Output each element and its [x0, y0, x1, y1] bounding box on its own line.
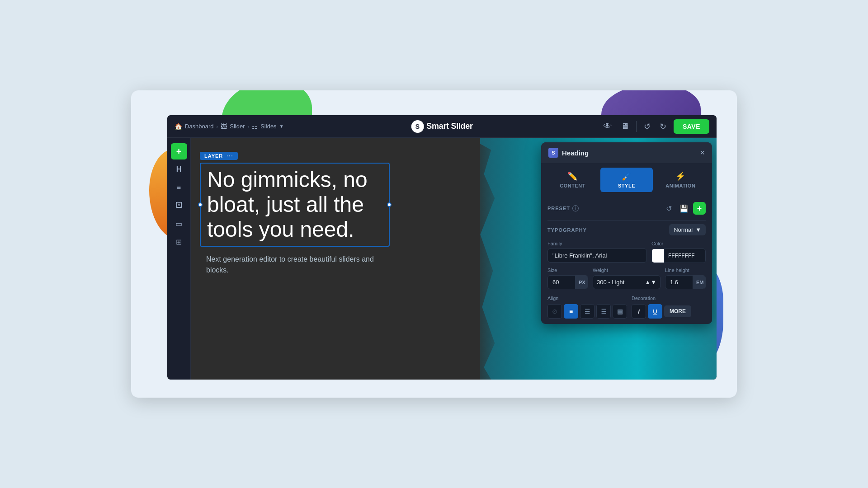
topbar-left: 🏠 Dashboard › 🖼 Slider › ⚏ Slides ▼	[175, 123, 602, 130]
typography-dropdown-value: Normal	[674, 226, 693, 233]
preset-label-text: PRESET	[547, 206, 570, 211]
family-label: Family	[547, 241, 647, 246]
align-buttons: ⊘ ≡ ☰ ☰ ▤	[547, 304, 627, 319]
size-weight-lineheight-row: Size PX Weight 300 - Light	[547, 267, 706, 289]
align-left-button[interactable]: ≡	[564, 304, 578, 319]
breadcrumb-chevron-2: ›	[248, 124, 250, 129]
size-input[interactable]	[548, 276, 575, 289]
typography-dropdown[interactable]: Normal ▼	[669, 224, 706, 235]
align-group: Align ⊘ ≡ ☰ ☰ ▤	[547, 294, 627, 319]
topbar-divider	[636, 121, 637, 132]
align-center-button[interactable]: ☰	[580, 304, 594, 319]
content-tab-icon: ✏️	[567, 171, 578, 181]
more-button[interactable]: MORE	[664, 305, 691, 317]
align-right-button[interactable]: ☰	[596, 304, 611, 319]
typography-dropdown-chevron: ▼	[695, 226, 701, 233]
tab-animation[interactable]: ⚡ ANIMATION	[655, 168, 707, 192]
tab-content[interactable]: ✏️ CONTENT	[547, 168, 599, 192]
undo-button[interactable]: ↺	[642, 120, 652, 133]
weight-label: Weight	[593, 267, 660, 273]
deco-underline-button[interactable]: U	[648, 304, 662, 319]
redo-icon: ↻	[660, 122, 666, 131]
slides-icon: ⚏	[252, 123, 258, 130]
style-tab-icon: 🖌️	[622, 171, 632, 181]
lineheight-field-group: Line height EM	[665, 267, 706, 289]
breadcrumb-slider[interactable]: 🖼 Slider	[221, 123, 245, 130]
color-value: FFFFFFFF	[665, 253, 705, 259]
color-label: Color	[651, 241, 706, 246]
editor-outer-frame: 🏠 Dashboard › 🖼 Slider › ⚏ Slides ▼ S S	[131, 90, 737, 398]
lineheight-input[interactable]	[665, 276, 693, 289]
size-field-group: Size PX	[547, 267, 588, 289]
tab-style[interactable]: 🖌️ STYLE	[600, 168, 652, 192]
layer-element: LAYER ··· No gimmicks, no bloat, just al…	[200, 151, 390, 276]
resize-handle-left[interactable]	[198, 202, 203, 207]
preset-add-button[interactable]: +	[693, 202, 706, 215]
editor-body: + H ≡ 🖼 ▭ ⊞	[167, 138, 717, 380]
slide-canvas[interactable]: LAYER ··· No gimmicks, no bloat, just al…	[191, 138, 717, 380]
animation-tab-icon: ⚡	[675, 171, 686, 181]
content-tab-label: CONTENT	[560, 183, 585, 188]
family-input[interactable]	[547, 249, 647, 263]
sidebar-image-button[interactable]: 🖼	[171, 197, 187, 214]
sidebar-heading-button[interactable]: H	[171, 161, 187, 178]
sidebar-table-button[interactable]: ⊞	[171, 234, 187, 250]
size-input-group[interactable]: PX	[547, 275, 588, 289]
lineheight-label: Line height	[665, 267, 706, 273]
deco-buttons: I U MORE	[632, 304, 706, 319]
panel-header-left: S Heading	[548, 148, 589, 158]
app-title: Smart Slider	[426, 122, 472, 131]
divider-1	[547, 220, 706, 221]
lineheight-input-group[interactable]: EM	[665, 275, 706, 289]
deco-italic-button[interactable]: I	[632, 304, 646, 319]
layout-icon: ≡	[177, 183, 181, 192]
desktop-icon: 🖥	[621, 122, 629, 131]
editor-window: 🏠 Dashboard › 🖼 Slider › ⚏ Slides ▼ S S	[167, 115, 717, 380]
save-button[interactable]: SAVE	[674, 119, 709, 134]
responsive-button[interactable]: 🖥	[619, 120, 631, 133]
sidebar-caption-button[interactable]: ▭	[171, 216, 187, 232]
subtitle-text: Next generation editor to create beautif…	[200, 254, 390, 276]
weight-select[interactable]: 300 - Light ▲▼	[593, 275, 660, 289]
preview-button[interactable]: 👁	[602, 120, 613, 133]
decoration-group: Decoration I U MORE	[632, 294, 706, 319]
preset-save-button[interactable]: 💾	[678, 202, 690, 215]
preset-actions: ↺ 💾 +	[662, 202, 706, 215]
heading-text[interactable]: No gimmicks, no bloat, just all the tool…	[207, 167, 382, 242]
topbar-right: 👁 🖥 ↺ ↻ SAVE	[602, 119, 709, 134]
resize-handle-right[interactable]	[387, 202, 392, 207]
heading-text-box[interactable]: No gimmicks, no bloat, just all the tool…	[200, 163, 390, 247]
panel-close-button[interactable]: ×	[700, 149, 705, 157]
preset-reset-button[interactable]: ↺	[662, 202, 675, 215]
canvas-area: LAYER ··· No gimmicks, no bloat, just al…	[191, 138, 717, 380]
breadcrumb-slides[interactable]: ⚏ Slides ▼	[252, 123, 283, 130]
app-logo: S Smart Slider	[411, 120, 472, 133]
weight-chevron: ▲▼	[645, 279, 656, 286]
color-swatch	[652, 249, 665, 263]
layer-options-icon[interactable]: ···	[226, 153, 233, 159]
color-field[interactable]: FFFFFFFF	[651, 249, 706, 263]
redo-button[interactable]: ↻	[658, 120, 668, 133]
left-sidebar: + H ≡ 🖼 ▭ ⊞	[167, 138, 191, 380]
sidebar-add-button[interactable]: +	[171, 143, 187, 160]
panel-tabs: ✏️ CONTENT 🖌️ STYLE ⚡ ANIMATION	[541, 163, 712, 197]
right-panel: S Heading × ✏️ CONTENT	[541, 142, 712, 324]
family-field-group: Family	[547, 241, 647, 263]
breadcrumb-slides-label: Slides	[260, 123, 276, 130]
align-justify-button[interactable]: ▤	[613, 304, 627, 319]
panel-header: S Heading ×	[541, 142, 712, 163]
panel-title: Heading	[562, 149, 589, 157]
align-none-button[interactable]: ⊘	[547, 304, 562, 319]
family-color-row: Family Color FFFFFFFF	[547, 241, 706, 263]
animation-tab-label: ANIMATION	[665, 183, 695, 188]
align-label: Align	[547, 296, 558, 301]
sidebar-layout-button[interactable]: ≡	[171, 179, 187, 196]
lineheight-unit: EM	[693, 276, 706, 289]
weight-field-group: Weight 300 - Light ▲▼	[593, 267, 660, 289]
breadcrumb-dashboard[interactable]: 🏠 Dashboard	[175, 123, 214, 130]
weight-value: 300 - Light	[597, 279, 624, 286]
size-label: Size	[547, 267, 588, 273]
color-field-group: Color FFFFFFFF	[651, 241, 706, 263]
breadcrumb-dashboard-label: Dashboard	[185, 123, 214, 130]
size-unit: PX	[575, 276, 588, 289]
